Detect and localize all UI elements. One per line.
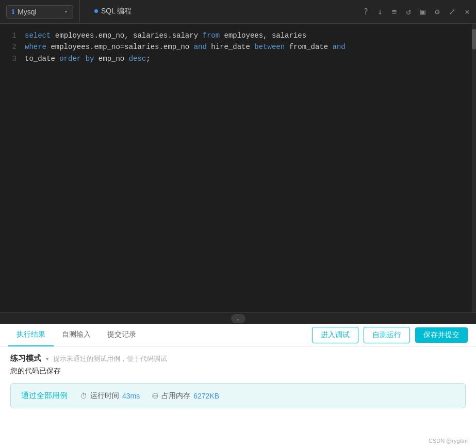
tab-self-test-input[interactable]: 自测输入 [54, 324, 99, 346]
editor-scrollbar[interactable] [472, 24, 476, 312]
line-number-2: 2 [0, 41, 17, 53]
code-line-2: where employees.emp_no=salaries.emp_no a… [25, 41, 476, 53]
db-selector[interactable]: ℹ Mysql ▾ [6, 5, 73, 19]
result-card: 通过全部用例 ⏱ 运行时间 43ms ⛁ 占用内存 6272KB [10, 383, 466, 408]
db-dropdown-arrow: ▾ [64, 8, 68, 15]
toolbar-icons: ? ↓ ≡ ↺ ▣ ⚙ ⤢ ✕ [364, 7, 470, 16]
code-saved-text: 您的代码已保存 [10, 367, 466, 376]
code-container: 1 2 3 select employees.emp_no, salaries.… [0, 24, 476, 71]
clock-icon: ⏱ [80, 392, 87, 400]
exercise-mode-label: 练习模式 [10, 354, 41, 363]
sql-tab-label: SQL 编程 [101, 7, 132, 16]
code-line-3: to_date order by emp_no desc; [25, 53, 476, 64]
exercise-hint-text: 提示未通过的测试用例，便于代码调试 [53, 354, 167, 363]
help-icon[interactable]: ? [364, 7, 369, 16]
close-icon[interactable]: ✕ [465, 7, 470, 16]
memory-icon: ⛁ [152, 392, 158, 400]
result-time-stat: ⏱ 运行时间 43ms [80, 391, 140, 401]
tab-active-dot [94, 9, 98, 13]
exercise-mode-arrow-icon[interactable]: ▾ [45, 355, 49, 362]
sql-tab[interactable]: SQL 编程 [86, 0, 140, 24]
collapse-handle[interactable]: ⌄ [0, 312, 476, 324]
tab-submit-history[interactable]: 提交记录 [99, 324, 144, 346]
expand-icon[interactable]: ⤢ [449, 7, 455, 16]
submit-button[interactable]: 保存并提交 [415, 327, 468, 343]
toolbar: ℹ Mysql ▾ SQL 编程 ? ↓ ≡ ↺ ▣ ⚙ ⤢ ✕ [0, 0, 476, 24]
result-mem-value: 6272KB [193, 392, 219, 400]
bottom-panel: 执行结果 自测输入 提交记录 进入调试 自测运行 保存并提交 练习模式 ▾ 提示… [0, 324, 476, 448]
footer-text: CSDN @rygttm [429, 438, 468, 444]
debug-button[interactable]: 进入调试 [312, 327, 358, 343]
download-icon[interactable]: ↓ [377, 7, 383, 16]
collapse-icon: ⌄ [236, 315, 240, 322]
terminal-icon[interactable]: ▣ [420, 7, 425, 16]
line-number-1: 1 [0, 30, 17, 41]
db-info-icon: ℹ [12, 8, 14, 15]
db-name-label: Mysql [18, 8, 37, 16]
line-number-3: 3 [0, 53, 17, 64]
tab-separator [79, 0, 80, 24]
result-pass-label: 通过全部用例 [21, 391, 68, 401]
line-numbers: 1 2 3 [0, 30, 25, 64]
page-footer: CSDN @rygttm [429, 438, 468, 444]
list-icon[interactable]: ≡ [392, 7, 397, 16]
collapse-button[interactable]: ⌄ [231, 314, 245, 323]
result-mem-label: 占用内存 [161, 391, 190, 401]
bottom-tabs: 执行结果 自测输入 提交记录 进入调试 自测运行 保存并提交 [0, 324, 476, 346]
code-lines: select employees.emp_no, salaries.salary… [25, 30, 476, 64]
tab-execute-result[interactable]: 执行结果 [8, 324, 54, 346]
refresh-icon[interactable]: ↺ [406, 7, 411, 16]
settings-icon[interactable]: ⚙ [435, 7, 440, 16]
result-time-value: 43ms [122, 392, 140, 400]
code-line-1: select employees.emp_no, salaries.salary… [25, 30, 476, 41]
bottom-content: 练习模式 ▾ 提示未通过的测试用例，便于代码调试 您的代码已保存 通过全部用例 … [0, 346, 476, 448]
editor-scrollbar-thumb [472, 29, 476, 49]
result-time-label: 运行时间 [90, 391, 119, 401]
exercise-mode-row: 练习模式 ▾ 提示未通过的测试用例，便于代码调试 [10, 354, 466, 363]
result-mem-stat: ⛁ 占用内存 6272KB [152, 391, 219, 401]
editor-area[interactable]: 1 2 3 select employees.emp_no, salaries.… [0, 24, 476, 312]
selftest-button[interactable]: 自测运行 [364, 327, 410, 343]
